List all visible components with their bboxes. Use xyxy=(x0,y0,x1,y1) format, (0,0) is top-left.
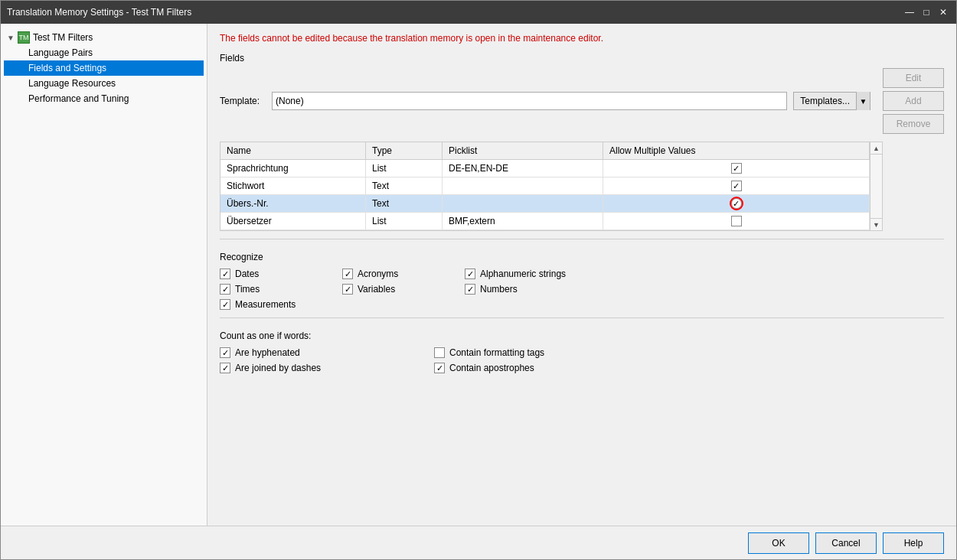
label-variables: Variables xyxy=(358,284,395,295)
remove-button[interactable]: Remove xyxy=(883,114,944,134)
checkbox-acronyms[interactable] xyxy=(342,269,353,279)
cell-type-1: Text xyxy=(366,177,443,194)
sidebar-item-performance-and-tuning[interactable]: Performance and Tuning xyxy=(4,91,204,106)
template-input[interactable] xyxy=(272,92,787,110)
recognize-item-numbers[interactable]: Numbers xyxy=(465,284,656,295)
recognize-item-measurements[interactable]: Measurements xyxy=(220,299,342,310)
count-item-apostrophes[interactable]: Contain apostrophes xyxy=(434,363,944,373)
col-header-picklist: Picklist xyxy=(443,142,603,159)
cell-picklist-2 xyxy=(443,195,603,212)
cell-name-2: Übers.-Nr. xyxy=(220,195,366,212)
templates-dropdown-arrow[interactable]: ▼ xyxy=(856,92,870,110)
checkbox-variables[interactable] xyxy=(342,284,353,295)
recognize-title: Recognize xyxy=(220,252,944,262)
cell-name-1: Stichwort xyxy=(220,177,366,194)
count-item-hyphenated[interactable]: Are hyphenated xyxy=(220,347,434,358)
checkbox-dates[interactable] xyxy=(220,269,230,279)
edit-button[interactable]: Edit xyxy=(883,68,944,88)
template-label: Template: xyxy=(220,96,266,106)
cell-type-2: Text xyxy=(366,195,443,212)
main-content: ▼ TM Test TM Filters Language Pairs Fiel… xyxy=(1,24,956,526)
ok-button[interactable]: OK xyxy=(748,532,809,554)
label-dates: Dates xyxy=(235,269,259,279)
sidebar-item-language-pairs[interactable]: Language Pairs xyxy=(4,45,204,60)
maximize-button[interactable]: □ xyxy=(919,5,933,19)
close-button[interactable]: ✕ xyxy=(936,5,950,19)
scroll-down-arrow[interactable]: ▼ xyxy=(870,218,882,230)
sidebar-root-label: Test TM Filters xyxy=(33,32,93,43)
cell-picklist-0: DE-EN,EN-DE xyxy=(443,160,603,177)
cell-allow-3 xyxy=(603,213,870,230)
sidebar: ▼ TM Test TM Filters Language Pairs Fiel… xyxy=(1,24,207,526)
cancel-button[interactable]: Cancel xyxy=(815,532,877,554)
tm-icon: TM xyxy=(18,31,30,44)
templates-button-label: Templates... xyxy=(794,96,856,106)
add-button[interactable]: Add xyxy=(883,91,944,111)
main-window: Translation Memory Settings - Test TM Fi… xyxy=(0,0,957,560)
label-acronyms: Acronyms xyxy=(358,269,398,279)
recognize-item-times[interactable]: Times xyxy=(220,284,342,295)
recognize-section: Recognize Dates Acronyms Alphanumeric st… xyxy=(220,252,944,310)
col-header-type: Type xyxy=(366,142,443,159)
content-area: The fields cannot be edited because the … xyxy=(207,24,956,526)
label-measurements: Measurements xyxy=(235,299,296,310)
table-scrollbar[interactable]: ▲ ▼ xyxy=(870,142,883,231)
fields-table: Name Type Picklist Allow Multiple Values… xyxy=(220,142,870,231)
recognize-item-alphanumeric[interactable]: Alphanumeric strings xyxy=(465,269,656,279)
cell-allow-1 xyxy=(603,177,870,194)
divider-1 xyxy=(220,239,944,239)
sidebar-root-item[interactable]: ▼ TM Test TM Filters xyxy=(4,30,204,45)
label-numbers: Numbers xyxy=(480,284,518,295)
recognize-grid: Dates Acronyms Alphanumeric strings Time… xyxy=(220,269,944,310)
count-grid: Are hyphenated Are joined by dashes Cont… xyxy=(220,347,944,373)
minimize-button[interactable]: — xyxy=(903,5,916,19)
cell-picklist-1 xyxy=(443,177,603,194)
checkbox-joined-by-dashes[interactable] xyxy=(220,363,230,373)
side-buttons: Edit Add Remove xyxy=(883,68,944,134)
cell-type-0: List xyxy=(366,160,443,177)
table-row[interactable]: Übersetzer List BMF,extern xyxy=(220,213,870,230)
fields-table-wrapper: Name Type Picklist Allow Multiple Values… xyxy=(220,142,944,231)
help-button[interactable]: Help xyxy=(883,532,944,554)
count-section: Count as one if words: Are hyphenated Ar… xyxy=(220,330,944,373)
checkbox-allow-0[interactable] xyxy=(731,163,742,174)
error-message: The fields cannot be edited because the … xyxy=(220,33,944,44)
sidebar-item-fields-and-settings[interactable]: Fields and Settings xyxy=(4,60,204,76)
cell-name-3: Übersetzer xyxy=(220,213,366,230)
table-row[interactable]: Stichwort Text xyxy=(220,177,870,195)
checkbox-allow-3[interactable] xyxy=(731,216,742,226)
checkbox-apostrophes[interactable] xyxy=(434,363,445,373)
recognize-item-variables[interactable]: Variables xyxy=(342,284,465,295)
templates-button[interactable]: Templates... ▼ xyxy=(793,92,870,110)
expand-icon: ▼ xyxy=(7,34,15,42)
checkbox-measurements[interactable] xyxy=(220,299,230,310)
title-bar-controls: — □ ✕ xyxy=(903,5,950,19)
fields-table-header: Name Type Picklist Allow Multiple Values xyxy=(220,142,870,160)
label-times: Times xyxy=(235,284,260,295)
checkbox-alphanumeric[interactable] xyxy=(465,269,475,279)
recognize-item-dates[interactable]: Dates xyxy=(220,269,342,279)
scroll-up-arrow[interactable]: ▲ xyxy=(870,142,882,155)
label-joined-by-dashes: Are joined by dashes xyxy=(235,363,321,373)
col-header-allow: Allow Multiple Values xyxy=(603,142,870,159)
checkbox-numbers[interactable] xyxy=(465,284,475,295)
checkbox-formatting-tags[interactable] xyxy=(434,347,445,358)
checkbox-hyphenated[interactable] xyxy=(220,347,230,358)
bottom-bar: OK Cancel Help xyxy=(1,526,956,559)
table-row[interactable]: Sprachrichtung List DE-EN,EN-DE xyxy=(220,160,870,177)
col-header-name: Name xyxy=(220,142,366,159)
recognize-item-acronyms[interactable]: Acronyms xyxy=(342,269,465,279)
count-item-joined-by-dashes[interactable]: Are joined by dashes xyxy=(220,363,434,373)
fields-label: Fields xyxy=(220,53,944,63)
cell-picklist-3: BMF,extern xyxy=(443,213,603,230)
checkbox-allow-2[interactable] xyxy=(731,198,742,209)
table-row[interactable]: Übers.-Nr. Text xyxy=(220,195,870,213)
cell-type-3: List xyxy=(366,213,443,230)
window-title: Translation Memory Settings - Test TM Fi… xyxy=(7,7,191,18)
checkbox-times[interactable] xyxy=(220,284,230,295)
sidebar-item-language-resources[interactable]: Language Resources xyxy=(4,76,204,91)
title-bar: Translation Memory Settings - Test TM Fi… xyxy=(1,1,956,24)
checkbox-allow-1[interactable] xyxy=(731,181,742,191)
fields-section: Fields Template: Templates... ▼ Edit Add xyxy=(220,53,944,231)
count-item-formatting-tags[interactable]: Contain formatting tags xyxy=(434,347,944,358)
